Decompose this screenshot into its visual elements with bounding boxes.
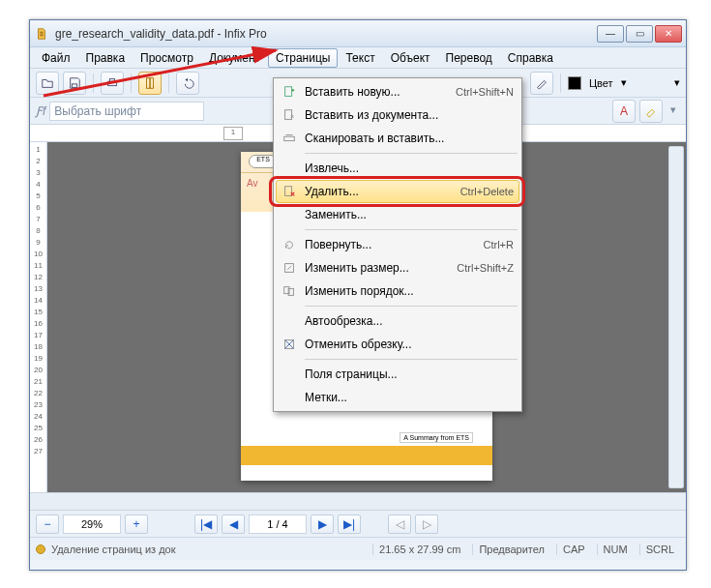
- menu-reorder[interactable]: Изменить порядок...: [276, 279, 519, 303]
- window-title: gre_research_validity_data.pdf - Infix P…: [55, 27, 597, 41]
- page-footer-band: A Summary from ETS: [241, 446, 492, 465]
- prev-page-button[interactable]: ◀: [222, 514, 245, 534]
- vertical-scrollbar[interactable]: [668, 146, 684, 488]
- next-page-button[interactable]: ▶: [311, 514, 334, 534]
- status-dot-icon: [36, 544, 45, 554]
- menu-cancel-crop[interactable]: Отменить обрезку...: [276, 333, 519, 356]
- menu-bar: Файл Правка Просмотр Документ Страницы Т…: [30, 47, 686, 69]
- svg-rect-5: [285, 87, 292, 97]
- title-bar: gre_research_validity_data.pdf - Infix P…: [30, 20, 686, 47]
- highlight-button[interactable]: [639, 100, 663, 123]
- menu-pages[interactable]: Страницы: [268, 48, 338, 68]
- scanner-icon: [280, 129, 299, 148]
- page-summary-label: A Summary from ETS: [400, 432, 473, 443]
- svg-rect-4: [150, 77, 154, 88]
- undo-button[interactable]: [176, 72, 199, 95]
- svg-rect-2: [109, 78, 114, 81]
- nav-back-button[interactable]: ◁: [388, 514, 411, 534]
- menu-divider: [305, 229, 518, 230]
- menu-extract[interactable]: Извлечь...: [276, 157, 519, 180]
- status-dimensions: 21.65 x 27.99 cm: [372, 544, 466, 555]
- font-select[interactable]: Выбрать шрифт: [49, 102, 204, 121]
- edit-mode-button[interactable]: [138, 72, 162, 95]
- color-swatch[interactable]: [568, 76, 581, 90]
- separator: [93, 74, 94, 93]
- app-icon: [34, 26, 49, 42]
- text-color-button[interactable]: A: [612, 100, 636, 123]
- status-bar: Удаление страниц из док 21.65 x 27.99 cm…: [30, 537, 686, 560]
- toolbar-overflow-icon[interactable]: ▾: [667, 100, 680, 123]
- menu-autocrop[interactable]: Автообрезка...: [276, 309, 519, 333]
- menu-document[interactable]: Документ: [201, 48, 268, 68]
- menu-divider: [305, 306, 518, 307]
- menu-file[interactable]: Файл: [34, 48, 78, 68]
- menu-divider: [305, 153, 518, 154]
- svg-rect-0: [72, 83, 76, 87]
- status-message: Удаление страниц из док: [51, 544, 176, 555]
- svg-rect-8: [285, 187, 292, 196]
- first-page-button[interactable]: |◀: [194, 514, 218, 534]
- menu-resize[interactable]: Изменить размер... Ctrl+Shift+Z: [276, 256, 519, 279]
- pencil-tool[interactable]: [530, 72, 553, 95]
- page-plus-icon: [280, 82, 299, 102]
- maximize-button[interactable]: ▭: [626, 25, 653, 43]
- menu-replace[interactable]: Заменить...: [276, 203, 519, 226]
- menu-edit[interactable]: Правка: [78, 48, 133, 68]
- reorder-icon: [280, 281, 299, 301]
- page-delete-icon: [280, 182, 299, 201]
- menu-insert-new[interactable]: Вставить новую... Ctrl+Shift+N: [276, 80, 519, 103]
- print-button[interactable]: [101, 72, 124, 95]
- separator: [560, 74, 561, 93]
- status-cap: CAP: [556, 544, 591, 555]
- open-button[interactable]: [36, 72, 59, 95]
- menu-marks[interactable]: Метки...: [276, 386, 519, 409]
- menu-text[interactable]: Текст: [338, 48, 382, 68]
- menu-view[interactable]: Просмотр: [133, 48, 201, 68]
- svg-rect-3: [147, 77, 151, 88]
- rotate-icon: [280, 235, 299, 254]
- menu-page-margins[interactable]: Поля страницы...: [276, 363, 519, 386]
- color-label: Цвет: [585, 77, 617, 89]
- menu-delete[interactable]: Удалить... Ctrl+Delete: [276, 180, 519, 203]
- menu-rotate[interactable]: Повернуть... Ctrl+R: [276, 233, 519, 256]
- last-page-button[interactable]: ▶|: [338, 514, 361, 534]
- menu-scan-insert[interactable]: Сканировать и вставить...: [276, 127, 519, 150]
- page-doc-icon: [280, 105, 299, 125]
- window-controls: — ▭ ✕: [597, 25, 682, 43]
- separator: [131, 74, 132, 93]
- status-scrl: SCRL: [639, 544, 680, 555]
- navigation-bar: − 29% + |◀ ◀ 1 / 4 ▶ ▶| ◁ ▷: [30, 510, 686, 537]
- status-num: NUM: [597, 544, 634, 555]
- zoom-field[interactable]: 29%: [63, 514, 121, 534]
- font-icon: Ƒf: [36, 104, 45, 118]
- page-number-field[interactable]: 1 / 4: [249, 514, 307, 534]
- status-preview: Предварител: [472, 544, 550, 555]
- crop-cancel-icon: [280, 335, 299, 354]
- svg-rect-7: [284, 136, 295, 140]
- pages-dropdown-menu: Вставить новую... Ctrl+Shift+N Вставить …: [273, 77, 522, 412]
- svg-rect-6: [285, 110, 292, 120]
- svg-rect-1: [108, 81, 117, 85]
- zoom-in-button[interactable]: +: [125, 514, 148, 534]
- nav-forward-button[interactable]: ▷: [415, 514, 438, 534]
- vertical-ruler: 1234567891011121314151617181920212223242…: [30, 142, 47, 492]
- separator: [168, 74, 169, 93]
- horizontal-scrollbar[interactable]: [30, 492, 686, 510]
- menu-translate[interactable]: Перевод: [438, 48, 500, 68]
- resize-icon: [280, 258, 299, 278]
- menu-divider: [305, 359, 518, 360]
- page-text-fragment: Av: [247, 178, 258, 189]
- zoom-out-button[interactable]: −: [36, 514, 59, 534]
- ruler-tab[interactable]: 1: [223, 127, 243, 140]
- dropdown-arrow-icon[interactable]: ▾: [621, 76, 627, 89]
- menu-help[interactable]: Справка: [500, 48, 561, 68]
- close-button[interactable]: ✕: [655, 25, 682, 43]
- menu-insert-from-doc[interactable]: Вставить из документа...: [276, 103, 519, 127]
- minimize-button[interactable]: —: [597, 25, 624, 43]
- toolbar-overflow-icon[interactable]: ▾: [674, 76, 680, 89]
- menu-object[interactable]: Объект: [383, 48, 438, 68]
- save-button[interactable]: [63, 72, 86, 95]
